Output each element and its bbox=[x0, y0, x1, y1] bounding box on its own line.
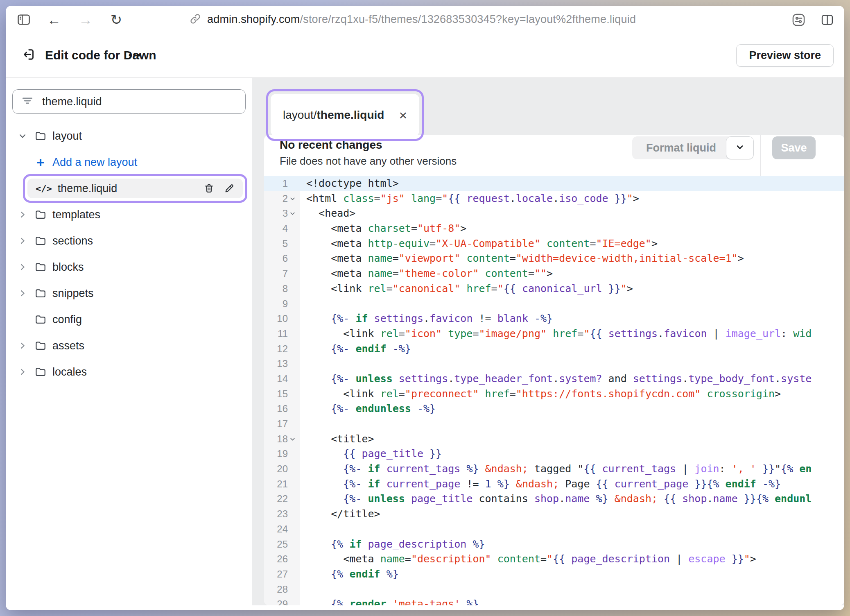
code-text: {%- if current_tags %} &ndash; tagged "{… bbox=[300, 462, 844, 477]
back-icon[interactable]: ← bbox=[46, 11, 62, 28]
gutter-line-number: 27 bbox=[264, 567, 300, 582]
tree-item-config[interactable]: config bbox=[6, 310, 252, 329]
code-text: <meta http-equiv="X-UA-Compatible" conte… bbox=[300, 236, 844, 251]
code-text: {%- unless page_title contains shop.name… bbox=[300, 491, 844, 507]
code-line-18[interactable]: 18 <title> bbox=[264, 432, 844, 447]
tree-item-assets[interactable]: assets bbox=[6, 336, 252, 356]
code-text: <meta name="viewport" content="width=dev… bbox=[300, 251, 844, 266]
tree-item-label: templates bbox=[52, 208, 100, 221]
code-line-26[interactable]: 26 <meta name="description" content="{{ … bbox=[264, 552, 844, 567]
code-line-28[interactable]: 28 bbox=[264, 582, 844, 597]
code-line-21[interactable]: 21 {%- if current_page != 1 %} &ndash; P… bbox=[264, 477, 844, 492]
tab-close-icon[interactable]: × bbox=[399, 108, 407, 122]
link-icon bbox=[189, 13, 201, 27]
chevron-right-icon[interactable] bbox=[18, 289, 32, 298]
chevron-right-icon[interactable] bbox=[18, 210, 32, 219]
tree-item-theme.liquid[interactable]: </>theme.liquid bbox=[27, 179, 243, 198]
code-line-5[interactable]: 5 <meta http-equiv="X-UA-Compatible" con… bbox=[264, 236, 844, 251]
code-line-6[interactable]: 6 <meta name="viewport" content="width=d… bbox=[264, 251, 844, 266]
fold-icon[interactable] bbox=[289, 435, 296, 443]
chevron-right-icon[interactable] bbox=[18, 263, 32, 272]
gutter-line-number: 13 bbox=[264, 356, 300, 371]
exit-icon[interactable] bbox=[21, 47, 36, 63]
code-text: {% endif %} bbox=[300, 567, 844, 582]
tree-item-blocks[interactable]: blocks bbox=[6, 257, 252, 277]
file-search[interactable] bbox=[12, 89, 246, 114]
tree-item-locales[interactable]: locales bbox=[6, 362, 252, 382]
gutter-line-number: 28 bbox=[264, 582, 300, 597]
code-line-27[interactable]: 27 {% endif %} bbox=[264, 567, 844, 582]
reload-icon[interactable]: ↻ bbox=[108, 11, 124, 28]
editor-panel: No recent changes File does not have any… bbox=[264, 135, 844, 605]
code-line-12[interactable]: 12 {%- endif -%} bbox=[264, 342, 844, 357]
code-line-20[interactable]: 20 {%- if current_tags %} &ndash; tagged… bbox=[264, 462, 844, 477]
folder-icon bbox=[34, 287, 47, 299]
search-input[interactable] bbox=[42, 95, 237, 108]
code-line-15[interactable]: 15 <link rel="preconnect" href="https://… bbox=[264, 387, 844, 402]
gutter-line-number: 8 bbox=[264, 281, 300, 297]
sidebar-toggle-icon[interactable] bbox=[16, 11, 32, 28]
browser-window: ← → ↻ admin.shopify.com/store/rzq1xu-f5/… bbox=[6, 6, 844, 610]
code-line-4[interactable]: 4 <meta charset="utf-8"> bbox=[264, 221, 844, 236]
tree-item-label: Add a new layout bbox=[52, 156, 137, 169]
code-line-19[interactable]: 19 {{ page_title }} bbox=[264, 446, 844, 462]
code-line-14[interactable]: 14 {%- unless settings.type_header_font.… bbox=[264, 371, 844, 387]
fold-icon[interactable] bbox=[289, 195, 296, 202]
format-liquid-button[interactable]: Format liquid bbox=[632, 136, 730, 159]
code-line-7[interactable]: 7 <meta name="theme-color" content=""> bbox=[264, 266, 844, 281]
save-button[interactable]: Save bbox=[772, 136, 816, 159]
tree-item-label: theme.liquid bbox=[58, 182, 118, 195]
code-line-1[interactable]: 1<!doctype html> bbox=[264, 176, 844, 191]
file-sidebar: layout+Add a new layout</>theme.liquidte… bbox=[6, 78, 252, 610]
preview-store-button[interactable]: Preview store bbox=[736, 44, 834, 67]
code-line-8[interactable]: 8 <link rel="canonical" href="{{ canonic… bbox=[264, 281, 844, 297]
code-file-icon: </> bbox=[36, 183, 52, 194]
tree-item-snippets[interactable]: snippets bbox=[6, 283, 252, 303]
code-line-24[interactable]: 24 bbox=[264, 522, 844, 537]
chevron-down-icon[interactable] bbox=[18, 131, 32, 140]
code-line-10[interactable]: 10 {%- if settings.favicon != blank -%} bbox=[264, 311, 844, 326]
chevron-right-icon[interactable] bbox=[18, 341, 32, 350]
tree-item-label: locales bbox=[52, 366, 87, 378]
fold-icon[interactable] bbox=[289, 210, 296, 217]
toolbar-divider bbox=[760, 135, 761, 176]
edit-icon[interactable] bbox=[224, 183, 235, 194]
code-line-2[interactable]: 2<html class="js" lang="{{ request.local… bbox=[264, 191, 844, 206]
code-line-13[interactable]: 13 bbox=[264, 356, 844, 371]
code-line-11[interactable]: 11 <link rel="icon" type="image/png" hre… bbox=[264, 326, 844, 342]
tree-item-add-a-new-layout[interactable]: +Add a new layout bbox=[6, 152, 252, 172]
code-text: <title> bbox=[300, 432, 844, 447]
chevron-right-icon[interactable] bbox=[18, 236, 32, 245]
code-text: {% if page_description %} bbox=[300, 537, 844, 552]
code-line-17[interactable]: 17 bbox=[264, 417, 844, 432]
more-actions-button[interactable]: ••• bbox=[129, 50, 142, 61]
code-editor[interactable]: 1<!doctype html>2<html class="js" lang="… bbox=[264, 176, 844, 605]
code-text bbox=[300, 356, 844, 371]
page-settings-icon[interactable] bbox=[790, 11, 807, 28]
folder-icon bbox=[34, 340, 47, 352]
tab-theme-liquid[interactable]: layout/theme.liquid × bbox=[271, 94, 419, 136]
split-view-icon[interactable] bbox=[819, 11, 835, 28]
app-header: Edit code for Dawn ••• Preview store bbox=[6, 33, 844, 78]
tree-item-templates[interactable]: templates bbox=[6, 205, 252, 224]
code-text bbox=[300, 582, 844, 597]
selected-file-highlight: </>theme.liquid bbox=[23, 174, 247, 203]
code-line-23[interactable]: 23 </title> bbox=[264, 507, 844, 522]
code-line-16[interactable]: 16 {%- endunless -%} bbox=[264, 401, 844, 417]
format-dropdown-button[interactable] bbox=[726, 136, 754, 159]
chevron-right-icon[interactable] bbox=[18, 367, 32, 376]
delete-icon[interactable] bbox=[203, 183, 215, 194]
tree-item-layout[interactable]: layout bbox=[6, 126, 252, 146]
gutter-line-number: 4 bbox=[264, 221, 300, 236]
gutter-line-number: 5 bbox=[264, 236, 300, 251]
code-line-22[interactable]: 22 {%- unless page_title contains shop.n… bbox=[264, 491, 844, 507]
address-bar[interactable]: admin.shopify.com/store/rzq1xu-f5/themes… bbox=[189, 6, 636, 33]
forward-icon[interactable]: → bbox=[77, 11, 94, 28]
code-line-25[interactable]: 25 {% if page_description %} bbox=[264, 537, 844, 552]
code-line-9[interactable]: 9 bbox=[264, 297, 844, 312]
tree-item-sections[interactable]: sections bbox=[6, 231, 252, 251]
code-line-3[interactable]: 3 <head> bbox=[264, 206, 844, 221]
code-text bbox=[300, 417, 844, 432]
code-line-29[interactable]: 29 {% render 'meta-tags' %} bbox=[264, 597, 844, 605]
folder-icon bbox=[34, 366, 47, 378]
